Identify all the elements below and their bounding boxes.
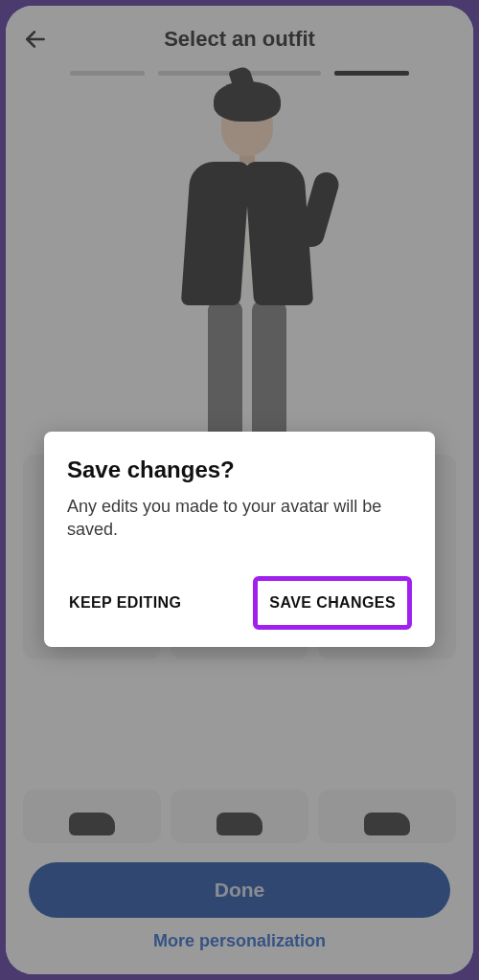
header: Select an outfit xyxy=(6,6,473,59)
dialog-actions: KEEP EDITING SAVE CHANGES xyxy=(67,576,412,630)
progress-step xyxy=(246,71,321,76)
avatar-jacket xyxy=(181,162,250,305)
keep-editing-button[interactable]: KEEP EDITING xyxy=(67,581,183,625)
progress-step xyxy=(158,71,233,76)
done-button[interactable]: Done xyxy=(29,862,450,918)
more-personalization-link[interactable]: More personalization xyxy=(29,918,450,957)
save-changes-highlight: SAVE CHANGES xyxy=(253,576,412,630)
avatar-hair xyxy=(214,81,281,122)
save-changes-dialog: Save changes? Any edits you made to your… xyxy=(44,432,435,647)
outfit-grid-row xyxy=(6,780,473,843)
avatar-figure xyxy=(190,81,305,455)
outfit-option[interactable] xyxy=(318,790,456,843)
dialog-title: Save changes? xyxy=(67,457,412,483)
screen: Select an outfit xyxy=(6,6,473,974)
save-changes-button[interactable]: SAVE CHANGES xyxy=(260,583,405,623)
page-title: Select an outfit xyxy=(48,27,431,52)
avatar-leg xyxy=(208,300,242,443)
avatar-preview xyxy=(6,81,473,455)
outfit-option[interactable] xyxy=(23,790,161,843)
phone-frame: Select an outfit xyxy=(6,6,473,974)
back-icon[interactable] xyxy=(23,27,48,52)
outfit-option[interactable] xyxy=(171,790,308,843)
avatar-leg xyxy=(252,300,286,443)
progress-step-active xyxy=(334,71,409,76)
avatar-legs xyxy=(208,300,286,443)
dialog-body: Any edits you made to your avatar will b… xyxy=(67,495,412,542)
footer: Done More personalization xyxy=(6,843,473,974)
avatar-torso xyxy=(190,162,305,305)
progress-step xyxy=(70,71,145,76)
